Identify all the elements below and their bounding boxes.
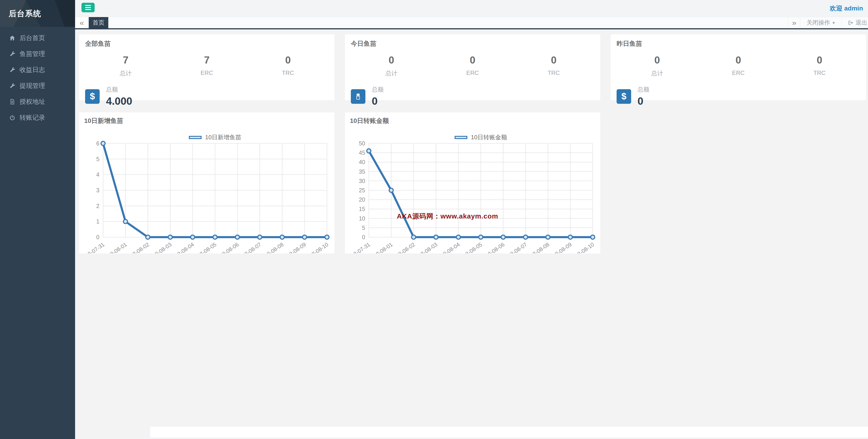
main-area: 欢迎 admin « 首页 » 关闭操作 ▾ 退出 全部鱼苗 7 xyxy=(75,0,868,439)
total-amount-value: 4.000 xyxy=(106,95,132,107)
svg-text:2022-07-31: 2022-07-31 xyxy=(79,241,105,253)
stat-card-yesterday-fry: 昨日鱼苗 0 总计 0 ERC 0 TRC xyxy=(611,34,866,100)
svg-text:2022-08-07: 2022-08-07 xyxy=(236,241,262,253)
svg-text:3: 3 xyxy=(96,187,99,193)
legend-swatch xyxy=(189,136,202,139)
stat-card-title: 昨日鱼苗 xyxy=(617,39,860,48)
chart-card-new-fry: 10日新增鱼苗 10日新增鱼苗 01234562022-07-312022-08… xyxy=(79,113,335,253)
sidebar-menu: 后台首页 鱼苗管理 收益日志 提现管理 授权地址 转账记录 xyxy=(0,30,75,126)
svg-text:45: 45 xyxy=(359,150,365,156)
sidebar-item-dashboard[interactable]: 后台首页 xyxy=(0,30,75,46)
chart-cards-row: 10日新增鱼苗 10日新增鱼苗 01234562022-07-312022-08… xyxy=(79,113,866,253)
svg-text:2022-08-09: 2022-08-09 xyxy=(546,241,573,253)
wrench-icon xyxy=(9,83,16,89)
stat-card-today-fry: 今日鱼苗 0 总计 0 ERC 0 TRC xyxy=(345,34,600,100)
chart-card-transfer-amount: 10日转账金额 10日转账金额 051015202530354045502022… xyxy=(345,113,600,253)
stat-erc: 0 ERC xyxy=(432,54,513,77)
tabbar-spacer xyxy=(108,17,788,28)
sidebar-item-label: 鱼苗管理 xyxy=(20,50,45,58)
stat-card-title: 今日鱼苗 xyxy=(351,39,594,48)
home-icon xyxy=(9,35,16,41)
dollar-icon: $ xyxy=(617,89,631,104)
power-icon xyxy=(9,115,16,121)
logout-button[interactable]: 退出 xyxy=(841,17,868,28)
file-text-icon xyxy=(9,98,16,105)
sidebar-header: 后台系统 xyxy=(0,0,75,27)
total-amount-value: 0 xyxy=(638,95,649,107)
sidebar-toggle-button[interactable] xyxy=(82,3,95,12)
svg-text:2022-08-01: 2022-08-01 xyxy=(101,241,128,253)
stat-erc: 7 ERC xyxy=(166,54,248,77)
svg-text:35: 35 xyxy=(359,168,365,175)
svg-text:2022-08-03: 2022-08-03 xyxy=(412,241,438,253)
sidebar-item-label: 提现管理 xyxy=(20,82,45,90)
svg-text:0: 0 xyxy=(362,234,365,240)
sidebar-item-transfer-records[interactable]: 转账记录 xyxy=(0,110,75,126)
stat-trc: 0 TRC xyxy=(779,54,860,77)
sign-out-icon xyxy=(847,20,853,26)
svg-text:2022-08-04: 2022-08-04 xyxy=(434,241,461,253)
page-content: 全部鱼苗 7 总计 7 ERC 0 TRC xyxy=(75,29,868,253)
svg-text:2022-08-02: 2022-08-02 xyxy=(390,241,416,253)
stat-total: 0 总计 xyxy=(351,54,432,77)
sidebar-item-authorized-address[interactable]: 授权地址 xyxy=(0,94,75,110)
double-chevron-right-icon: » xyxy=(792,18,796,27)
svg-text:6: 6 xyxy=(96,140,99,147)
sidebar-item-withdrawal-management[interactable]: 提现管理 xyxy=(0,78,75,94)
svg-text:2022-08-03: 2022-08-03 xyxy=(146,241,173,253)
stat-erc: 0 ERC xyxy=(698,54,779,77)
wrench-icon xyxy=(9,67,16,73)
svg-text:10: 10 xyxy=(359,215,365,222)
svg-text:20: 20 xyxy=(359,196,365,203)
stat-cards-row: 全部鱼苗 7 总计 7 ERC 0 TRC xyxy=(79,34,866,100)
double-chevron-left-icon: « xyxy=(80,18,84,27)
tab-bar: « 首页 » 关闭操作 ▾ 退出 xyxy=(75,17,868,29)
sidebar-item-label: 收益日志 xyxy=(20,66,45,74)
menu-icon xyxy=(85,5,91,10)
top-navbar: 欢迎 admin xyxy=(75,0,868,17)
stat-total: 0 总计 xyxy=(617,54,698,77)
stat-card-all-fry: 全部鱼苗 7 总计 7 ERC 0 TRC xyxy=(79,34,335,100)
svg-text:2022-08-04: 2022-08-04 xyxy=(168,241,195,253)
sidebar-item-fry-management[interactable]: 鱼苗管理 xyxy=(0,46,75,62)
stat-card-title: 全部鱼苗 xyxy=(85,39,329,48)
svg-text:2022-08-08: 2022-08-08 xyxy=(524,241,550,253)
svg-text:4: 4 xyxy=(96,171,99,178)
sidebar-item-label: 授权地址 xyxy=(20,97,45,106)
svg-text:2022-08-05: 2022-08-05 xyxy=(457,241,483,253)
svg-text:2022-07-31: 2022-07-31 xyxy=(345,241,371,253)
stat-trc: 0 TRC xyxy=(513,54,594,77)
svg-text:2022-08-10: 2022-08-10 xyxy=(569,241,595,253)
svg-text:2022-08-10: 2022-08-10 xyxy=(303,241,330,253)
legend-swatch xyxy=(455,136,467,139)
svg-text:2022-08-01: 2022-08-01 xyxy=(367,241,394,253)
close-operations-dropdown[interactable]: 关闭操作 ▾ xyxy=(800,17,841,28)
svg-text:25: 25 xyxy=(359,187,365,193)
svg-text:5: 5 xyxy=(96,156,99,162)
sidebar-item-label: 转账记录 xyxy=(20,113,45,122)
svg-text:2022-08-02: 2022-08-02 xyxy=(124,241,150,253)
tabs-scroll-right-button[interactable]: » xyxy=(788,17,800,28)
sidebar-item-label: 后台首页 xyxy=(20,34,45,42)
svg-text:5: 5 xyxy=(362,225,365,231)
site-watermark: AKA源码网：www.akaym.com xyxy=(397,212,498,221)
sidebar-item-earnings-log[interactable]: 收益日志 xyxy=(0,62,75,78)
dollar-icon: $ xyxy=(85,89,100,104)
svg-text:50: 50 xyxy=(359,140,365,147)
stat-trc: 0 TRC xyxy=(247,54,329,77)
wrench-icon xyxy=(9,51,16,57)
app-title: 后台系统 xyxy=(0,0,75,27)
svg-text:40: 40 xyxy=(359,159,365,165)
svg-text:0: 0 xyxy=(96,234,99,240)
svg-text:2: 2 xyxy=(96,203,99,209)
tab-home[interactable]: 首页 xyxy=(89,17,108,28)
stat-total: 7 总计 xyxy=(85,54,166,77)
sidebar: 后台系统 后台首页 鱼苗管理 收益日志 提现管理 授权地址 转账记录 xyxy=(0,0,75,439)
chevron-down-icon: ▾ xyxy=(833,20,835,26)
tabs-scroll-left-button[interactable]: « xyxy=(75,17,89,28)
svg-text:2022-08-07: 2022-08-07 xyxy=(502,241,528,253)
welcome-admin-link[interactable]: 欢迎 admin xyxy=(830,0,863,17)
svg-text:2022-08-06: 2022-08-06 xyxy=(213,241,240,253)
chart-legend: 10日转账金额 xyxy=(369,133,593,141)
total-amount-value: 0 xyxy=(372,95,383,107)
